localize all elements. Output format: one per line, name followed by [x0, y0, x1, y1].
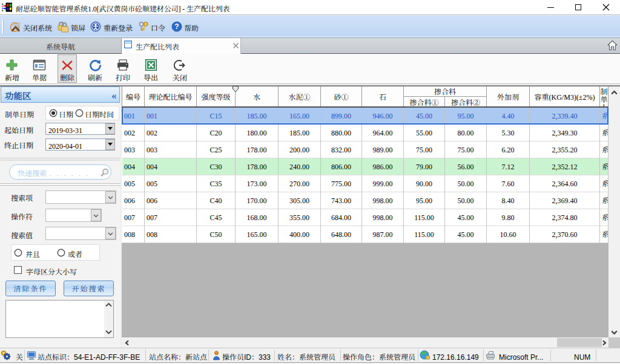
svg-text:?: ?	[174, 22, 179, 31]
